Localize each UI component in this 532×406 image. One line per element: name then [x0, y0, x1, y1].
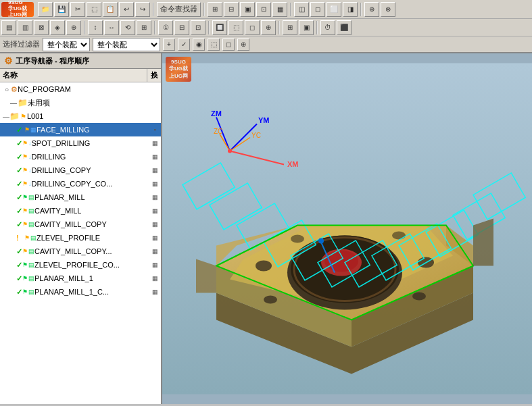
tree-area[interactable]: 名称 换 ○ ⚙ NC_PROGRAM — 📁 未用项 — [0, 69, 161, 404]
r2-btn-r[interactable]: ▣ [299, 20, 314, 35]
expand-nc[interactable]: ○ [3, 86, 11, 93]
r2-btn-e[interactable]: ⊕ [66, 20, 81, 35]
cut-btn[interactable]: ✂ [70, 2, 85, 17]
r2-btn-b[interactable]: ▥ [18, 20, 32, 35]
folder-icon-l001: 📁 [9, 111, 20, 121]
nc-program-label: NC_PROGRAM [18, 85, 161, 93]
tb-btn-d[interactable]: ⊡ [256, 2, 271, 17]
check-spot: ✓ [16, 139, 22, 148]
expand-l001[interactable]: — [3, 113, 9, 120]
tb-btn-e[interactable]: ▦ [272, 2, 287, 17]
op-type-pm: ▤ [28, 194, 34, 201]
r2-btn-n[interactable]: ⬚ [228, 20, 243, 35]
tb-btn-f[interactable]: ◫ [294, 2, 309, 17]
panel-header: ⚙ 工序导航器 - 程序顺序 [0, 53, 161, 69]
op-icon-pm1c: ⚑ [22, 288, 28, 295]
tree-item-drilling-copy-co[interactable]: ✓ ⚑ ↓ DRILLING_COPY_CO... ▦ [0, 177, 161, 191]
svg-text:YC: YC [251, 132, 261, 139]
copy-btn[interactable]: ⬚ [87, 2, 101, 17]
op-icon-drill: ⚑ [22, 153, 28, 160]
expand-unset[interactable]: — [9, 99, 18, 107]
r2-btn-g[interactable]: ↔ [104, 20, 119, 35]
paste-btn[interactable]: 📋 [103, 2, 118, 17]
filter-btn-d[interactable]: ⬚ [208, 39, 220, 51]
tree-item-cavity-mill-copy2[interactable]: ✓ ⚑ ▤ CAVITY_MILL_COPY... ▦ [0, 245, 161, 258]
filter-btn-b[interactable]: ✓ [178, 39, 190, 51]
svg-point-13 [256, 261, 272, 272]
sep3 [290, 3, 291, 16]
sep2 [203, 3, 205, 16]
r2-btn-t[interactable]: ⬛ [337, 20, 352, 35]
r2-btn-c[interactable]: ⊠ [34, 20, 49, 35]
tb-btn-b[interactable]: ⊟ [224, 2, 239, 17]
warn-icon-l001: ⚑ [20, 113, 26, 120]
tb-btn-k[interactable]: ⊗ [381, 2, 395, 17]
col-name-header: 名称 [0, 69, 147, 82]
r2-btn-f[interactable]: ↕ [88, 20, 103, 35]
spot-drilling-label: SPOT_DRILLING [32, 139, 149, 147]
sep5 [84, 21, 85, 34]
tb-btn-i[interactable]: ◨ [343, 2, 358, 17]
tree-item-spot-drilling[interactable]: ✓ ⚑ ↓ SPOT_DRILLING ▦ [0, 136, 161, 150]
tree-item-nc-program[interactable]: ○ ⚙ NC_PROGRAM [0, 82, 161, 96]
r2-btn-h[interactable]: ⟲ [120, 20, 135, 35]
side-icon-pm1c: ▦ [149, 288, 161, 295]
tree-item-drilling-copy[interactable]: ✓ ⚑ ↓ DRILLING_COPY ▦ [0, 163, 161, 177]
tree-item-l001[interactable]: — 📁 ⚑ L001 [0, 109, 161, 123]
svg-text:XM: XM [287, 160, 299, 168]
r2-btn-l[interactable]: ⊡ [191, 20, 205, 35]
tree-item-zlevel-profile[interactable]: ! ⚑ ▤ ZLEVEL_PROFILE ▦ [0, 231, 161, 245]
filter-select[interactable]: 整个装配 [43, 38, 90, 51]
tb-btn-j[interactable]: ⊕ [364, 2, 379, 17]
drilling-copy-co-label: DRILLING_COPY_CO... [32, 180, 149, 188]
tree-item-drilling[interactable]: ✓ ⚑ ↓ DRILLING ▦ [0, 150, 161, 163]
check-cmc2: ✓ [16, 247, 22, 256]
sep4 [360, 3, 362, 16]
tb-btn-h[interactable]: ⬜ [327, 2, 341, 17]
cmd-finder-btn[interactable]: 命令查找器 [157, 2, 201, 17]
r2-btn-s[interactable]: ⏱ [320, 20, 335, 35]
tb-btn-a[interactable]: ⊞ [208, 2, 222, 17]
tree-item-zlevel-profile-co[interactable]: ✓ ⚑ ▤ ZLEVEL_PROFILE_CO... ▦ [0, 258, 161, 272]
r2-btn-m[interactable]: 🔲 [212, 20, 227, 35]
cad-viewport-svg: ZM YM ZC YC XM [162, 53, 532, 404]
sep8 [279, 21, 280, 34]
r2-btn-o[interactable]: ◻ [245, 20, 260, 35]
viewport[interactable]: ZM YM ZC YC XM [162, 53, 532, 404]
r2-btn-q[interactable]: ⊞ [283, 20, 297, 35]
assembly-select[interactable]: 整个装配 [93, 38, 160, 51]
r2-btn-j[interactable]: ① [158, 20, 173, 35]
filter-btn-e[interactable]: ◻ [222, 39, 235, 51]
tree-item-planar-mill[interactable]: ✓ ⚑ ▤ PLANAR_MILL ▦ [0, 191, 161, 204]
undo-btn[interactable]: ↩ [119, 2, 134, 17]
r2-btn-k[interactable]: ⊟ [174, 20, 189, 35]
watermark: 9SUG学UG就上UG网 [1, 2, 34, 17]
tree-item-cavity-mill[interactable]: ✓ ⚑ ▤ CAVITY_MILL ▦ [0, 204, 161, 218]
r2-btn-p[interactable]: ⊕ [261, 20, 276, 35]
op-icon-zpc: ⚑ [22, 261, 28, 268]
redo-btn[interactable]: ↪ [135, 2, 150, 17]
svg-point-18 [392, 232, 406, 240]
tree-item-planar-mill-1[interactable]: ✓ ⚑ ▤ PLANAR_MILL_1 ▦ [0, 272, 161, 285]
svg-text:ZC: ZC [214, 128, 222, 135]
tree-item-cavity-mill-copy[interactable]: ✓ ⚑ ▤ CAVITY_MILL_COPY ▦ [0, 218, 161, 231]
check-dcc: ✓ [16, 180, 22, 188]
tb-btn-g[interactable]: ◻ [310, 2, 325, 17]
zlevel-profile-label: ZLEVEL_PROFILE [37, 234, 149, 242]
tree-item-planar-mill-1-c[interactable]: ✓ ⚑ ▤ PLANAR_MILL_1_C... ▦ [0, 285, 161, 299]
left-panel: ⚙ 工序导航器 - 程序顺序 名称 换 ○ ⚙ NC_PROGRAM — 📁 未… [0, 53, 162, 404]
save-btn[interactable]: 💾 [54, 2, 69, 17]
tree-item-unset[interactable]: — 📁 未用项 [0, 96, 161, 109]
tree-item-face-milling[interactable]: ✓ ⚑ ▦ FACE_MILLING ▪ [0, 123, 161, 136]
r2-btn-d[interactable]: ◈ [50, 20, 65, 35]
tb-btn-c[interactable]: ▣ [240, 2, 255, 17]
r2-btn-a[interactable]: ▤ [1, 20, 16, 35]
filter-btn-c[interactable]: ◉ [193, 39, 205, 51]
r2-btn-i[interactable]: ⊞ [137, 20, 151, 35]
filter-btn-f[interactable]: ⊕ [237, 39, 249, 51]
svg-point-15 [264, 296, 277, 304]
open-btn[interactable]: 📁 [38, 2, 53, 17]
filter-btn-a[interactable]: + [163, 39, 175, 51]
op-type-pm1: ▤ [28, 275, 34, 282]
cavity-mill-copy2-label: CAVITY_MILL_COPY... [34, 247, 149, 255]
